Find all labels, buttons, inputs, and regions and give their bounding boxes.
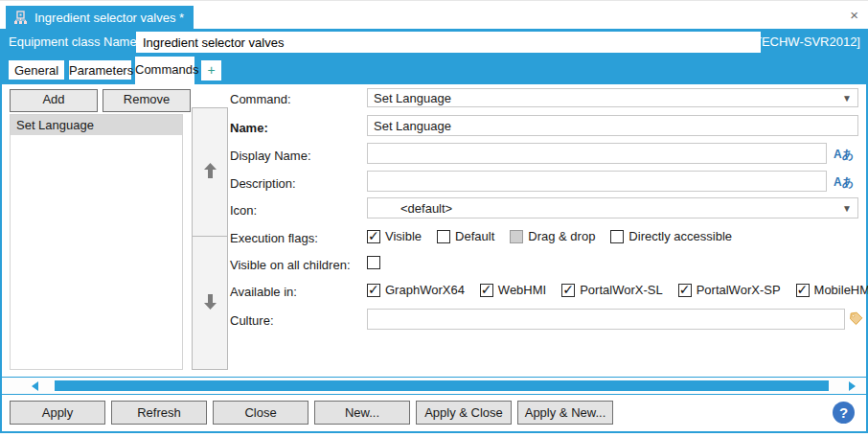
server-badge: [TECHW-SVR2012]	[750, 34, 860, 49]
available-in-label: Available in:	[230, 285, 297, 299]
icon-dropdown[interactable]: <default> ▼	[367, 197, 858, 218]
apply-button[interactable]: Apply	[10, 401, 105, 425]
add-button[interactable]: Add	[10, 89, 98, 112]
checkbox-icon[interactable]	[678, 284, 692, 297]
checkbox-icon[interactable]	[561, 284, 575, 297]
arrow-down-icon	[204, 294, 217, 312]
execution-flags-label: Execution flags:	[230, 231, 318, 245]
apply-new-button[interactable]: Apply & New...	[517, 401, 613, 425]
description-input[interactable]	[367, 171, 827, 192]
list-item[interactable]: Set Language	[11, 115, 182, 135]
culture-label: Culture:	[230, 313, 274, 328]
tab-commands[interactable]: Commands	[135, 57, 194, 84]
display-name-label: Display Name:	[230, 149, 311, 163]
arrow-up-icon	[204, 163, 217, 181]
checkbox-graphworx64[interactable]: GraphWorX64	[367, 283, 465, 297]
window-close-icon[interactable]: ×	[850, 8, 858, 22]
command-label: Command:	[230, 92, 291, 106]
display-name-input[interactable]	[367, 143, 827, 164]
visible-children-group	[367, 256, 380, 269]
checkbox-webhmi[interactable]: WebHMI	[480, 283, 546, 297]
command-dropdown[interactable]: Set Language ▼	[367, 88, 858, 107]
document-tab-close-icon[interactable]: ✕	[193, 11, 204, 26]
tab-general[interactable]: General	[8, 59, 65, 80]
available-in-group: GraphWorX64 WebHMI PortalWorX-SL PortalW…	[367, 283, 868, 297]
icon-dropdown-value: <default>	[400, 201, 452, 216]
checkbox-drag-drop[interactable]: Drag & drop	[510, 229, 595, 243]
visible-children-label: Visible on all children:	[230, 258, 351, 272]
chevron-down-icon: ▼	[842, 93, 852, 104]
tab-add-new[interactable]: +	[201, 60, 221, 80]
checkbox-icon[interactable]	[796, 284, 810, 297]
checkbox-icon[interactable]	[480, 284, 493, 297]
name-input[interactable]: Set Language	[367, 115, 858, 136]
remove-button[interactable]: Remove	[103, 89, 191, 112]
equipment-class-editor-window: Ingredient selector valves * ✕ × Equipme…	[0, 0, 868, 433]
refresh-button[interactable]: Refresh	[111, 401, 207, 425]
close-button[interactable]: Close	[213, 401, 308, 425]
apply-close-button[interactable]: Apply & Close	[416, 401, 512, 425]
footer-bar: Apply Refresh Close New... Apply & Close…	[2, 395, 866, 431]
checkbox-portalworx-sp[interactable]: PortalWorX-SP	[678, 283, 781, 297]
name-input-value: Set Language	[374, 119, 451, 133]
tab-strip: General Parameters Commands +	[0, 55, 868, 84]
help-icon[interactable]: ?	[833, 402, 855, 424]
scroll-right-icon[interactable]	[849, 381, 856, 391]
checkbox-icon[interactable]	[367, 284, 380, 297]
checkbox-icon[interactable]	[510, 230, 523, 243]
checkbox-icon[interactable]	[367, 230, 380, 243]
description-label: Description:	[230, 176, 296, 191]
scrollbar-thumb[interactable]	[55, 380, 829, 391]
checkbox-portalworx-sl[interactable]: PortalWorX-SL	[561, 283, 662, 297]
culture-input[interactable]	[367, 309, 845, 330]
tag-icon[interactable]	[849, 311, 863, 329]
chevron-down-icon: ▼	[842, 203, 852, 214]
name-label: Name:	[230, 121, 268, 135]
checkbox-visible-on-all-children[interactable]	[367, 256, 380, 269]
commands-list[interactable]: Set Language	[10, 114, 183, 370]
document-tab-strip: Ingredient selector valves * ✕ ×	[0, 0, 868, 30]
checkbox-icon[interactable]	[610, 230, 624, 243]
checkbox-icon[interactable]	[367, 256, 380, 269]
move-down-button[interactable]	[192, 236, 228, 370]
document-tab[interactable]: Ingredient selector valves * ✕	[6, 6, 194, 30]
tab-parameters[interactable]: Parameters	[68, 59, 132, 80]
checkbox-visible[interactable]: Visible	[367, 229, 422, 243]
checkbox-icon[interactable]	[437, 230, 450, 243]
checkbox-directly-accessible[interactable]: Directly accessible	[610, 229, 732, 243]
move-up-button[interactable]	[192, 107, 228, 237]
reorder-strip	[192, 107, 228, 370]
localize-icon[interactable]: Aあ	[834, 174, 854, 191]
equipment-name-bar: Equipment class Name: [TECHW-SVR2012]	[0, 29, 868, 55]
commands-tab-content: Add Remove Set Language Command: Name: D…	[0, 84, 868, 433]
equipment-class-icon	[13, 11, 28, 25]
icon-label: Icon:	[230, 203, 257, 218]
equipment-name-input[interactable]	[136, 32, 761, 53]
checkbox-default[interactable]: Default	[437, 229, 494, 243]
execution-flags-group: Visible Default Drag & drop Directly acc…	[367, 229, 732, 243]
command-dropdown-value: Set Language	[374, 91, 451, 105]
equipment-name-label: Equipment class Name:	[0, 34, 140, 49]
new-button[interactable]: New...	[314, 401, 410, 425]
scroll-left-icon[interactable]	[32, 381, 38, 391]
document-tab-title: Ingredient selector valves *	[34, 11, 184, 25]
checkbox-mobilehmi[interactable]: MobileHMI	[796, 283, 868, 297]
localize-icon[interactable]: Aあ	[834, 147, 854, 163]
horizontal-scrollbar[interactable]	[2, 377, 866, 395]
